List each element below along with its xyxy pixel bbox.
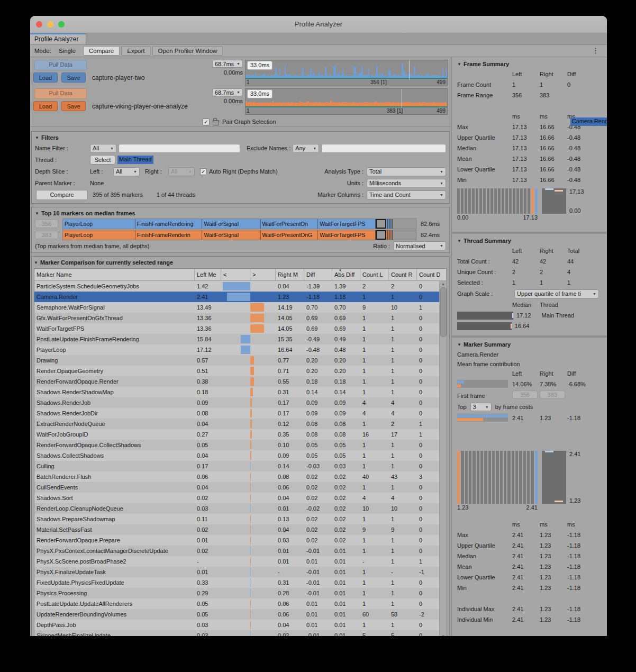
compare-button[interactable]: Compare — [36, 190, 88, 200]
table-row[interactable]: DepthPass.Job0.030.040.010.01110 — [34, 620, 440, 630]
column-header[interactable]: Left Me — [195, 269, 221, 280]
top-n-dropdown[interactable]: 3▼ — [470, 403, 492, 411]
close-button[interactable] — [36, 21, 42, 28]
table-row[interactable]: SkinnedMeshFinalizeUpdate0.030.02-0.010.… — [34, 630, 440, 636]
table-row[interactable]: RenderForwardOpaque.CollectShadows0.050.… — [34, 440, 440, 450]
table-row[interactable]: Shadows.PrepareShadowmap0.110.130.020.02… — [34, 514, 440, 524]
table-row[interactable]: Semaphore.WaitForSignal13.4914.190.700.7… — [34, 302, 440, 313]
range-dropdown-right[interactable]: 68.7ms▼ — [212, 88, 243, 96]
marker-boxplot[interactable] — [542, 451, 566, 504]
pair-graph-checkbox[interactable]: ✓ — [203, 119, 210, 125]
column-header[interactable]: Count R — [389, 269, 417, 280]
marker-segment[interactable]: FinishFrameRendering — [135, 219, 203, 229]
marker-histogram[interactable] — [457, 451, 538, 504]
scrollbar-thumb[interactable] — [440, 287, 447, 337]
table-row[interactable]: PhysX.FinalizeUpdateTask0.01--0.010.011-… — [34, 567, 440, 577]
column-header[interactable]: Count D — [417, 269, 447, 280]
foldout-arrow-icon[interactable]: ▼ — [457, 342, 461, 347]
marker-segment[interactable]: WaitForPresentOn — [261, 219, 319, 229]
save-left-button[interactable]: Save — [61, 72, 86, 83]
frame-boxplot[interactable] — [542, 188, 566, 214]
frame-time-graph-right[interactable]: 33.0ms 1 383 [1] 499 — [245, 88, 448, 115]
exclude-mode-dropdown[interactable]: Any▼ — [293, 144, 319, 153]
zoom-button[interactable] — [58, 21, 65, 28]
top10-marker-bar[interactable]: PlayerLoopFinishFrameRenderinWaitForSign… — [62, 230, 416, 240]
column-header[interactable]: Diff — [304, 269, 332, 280]
mode-export-button[interactable]: Export — [121, 46, 150, 56]
table-row[interactable]: Shadows.Sort0.020.040.020.02440 — [34, 493, 440, 503]
marker-segment[interactable]: WaitForSignal — [202, 230, 260, 240]
vertical-scrollbar[interactable]: ▲ ▼ — [439, 281, 447, 636]
minimize-button[interactable] — [47, 21, 53, 28]
table-row[interactable]: WaitForJobGroupID0.270.350.080.0816171 — [34, 429, 440, 440]
column-header[interactable]: Count L — [360, 269, 389, 280]
marker-time-pill-left[interactable]: 33.0ms — [247, 61, 272, 70]
table-row[interactable]: Physics.Processing0.290.28-0.010.01110 — [34, 588, 440, 598]
load-left-button[interactable]: Load — [33, 72, 58, 83]
table-row[interactable]: Camera.Render2.411.23-1.181.18110 — [34, 292, 440, 302]
mode-single-button[interactable]: Single — [53, 46, 81, 56]
table-row[interactable]: Material.SetPassFast0.020.040.020.02990 — [34, 524, 440, 535]
pull-data-left-button[interactable]: Pull Data — [34, 60, 87, 70]
first-frame-right-button[interactable]: 383 — [540, 391, 565, 398]
load-right-button[interactable]: Load — [33, 101, 58, 111]
open-profiler-window-button[interactable]: Open Profiler Window — [152, 46, 223, 56]
graph-scale-dropdown[interactable]: Upper quartile of frame ti▼ — [514, 289, 599, 298]
selected-marker-box[interactable] — [376, 219, 386, 229]
table-row[interactable]: PostLateUpdate.UpdateAllRenderers0.050.0… — [34, 598, 440, 609]
table-row[interactable]: PostLateUpdate.FinishFrameRendering15.84… — [34, 334, 440, 344]
analysis-type-dropdown[interactable]: Total▼ — [367, 167, 446, 176]
table-row[interactable]: RenderLoop.CleanupNodeQueue0.030.01-0.02… — [34, 503, 440, 514]
table-row[interactable]: RenderForwardOpaque.Render0.380.550.180.… — [34, 376, 440, 387]
tab-profile-analyzer[interactable]: Profile Analyzer — [30, 33, 86, 44]
column-header[interactable]: Abs Diff — [332, 269, 360, 280]
frame-histogram[interactable] — [457, 188, 538, 214]
column-header[interactable]: < — [221, 269, 250, 280]
marker-segment[interactable]: PlayerLoop — [63, 219, 135, 229]
table-row[interactable]: Culling0.170.14-0.030.03110 — [34, 461, 440, 471]
table-row[interactable]: CullSendEvents0.040.060.020.02110 — [34, 482, 440, 493]
table-row[interactable]: UpdateRendererBoundingVolumes0.050.060.0… — [34, 609, 440, 620]
marker-segment[interactable]: WaitForTargetFPS — [318, 219, 376, 229]
lock-icon[interactable] — [213, 120, 219, 125]
ratio-dropdown[interactable]: Normalised▼ — [393, 241, 446, 250]
table-row[interactable]: ExtractRenderNodeQueue0.040.120.080.0812… — [34, 419, 440, 429]
depth-right-dropdown[interactable]: All▼ — [168, 167, 195, 176]
scroll-down-icon[interactable]: ▼ — [440, 634, 447, 636]
name-filter-mode-dropdown[interactable]: All▼ — [90, 144, 116, 153]
table-row[interactable]: Shadows.RenderJobDir0.080.170.090.09440 — [34, 408, 440, 419]
depth-left-dropdown[interactable]: All▼ — [113, 167, 140, 176]
marker-segment[interactable]: FinishFrameRenderin — [135, 230, 203, 240]
foldout-arrow-icon[interactable]: ▼ — [457, 62, 461, 67]
frame-time-graph-left[interactable]: 33.0ms 1 356 [1] 499 — [245, 60, 448, 86]
marker-columns-dropdown[interactable]: Time and Count▼ — [367, 190, 446, 199]
table-row[interactable]: Shadows.RenderShadowMap0.180.310.140.141… — [34, 387, 440, 397]
exclude-names-input[interactable] — [321, 144, 446, 153]
table-row[interactable]: RenderForwardOpaque.Prepare0.010.030.020… — [34, 535, 440, 546]
table-row[interactable]: BatchRenderer.Flush0.060.080.020.0240433 — [34, 471, 440, 482]
thread-select-button[interactable]: Select — [90, 155, 115, 165]
table-row[interactable]: PhysX.ScScene.postBroadPhase2-0.010.010.… — [34, 556, 440, 567]
kebab-menu-icon[interactable]: ⋮ — [592, 47, 599, 55]
top10-marker-bar[interactable]: PlayerLoopFinishFrameRenderingWaitForSig… — [62, 219, 416, 229]
table-row[interactable]: FixedUpdate.PhysicsFixedUpdate0.330.31-0… — [34, 577, 440, 588]
table-row[interactable]: Shadows.CollectShadows0.040.090.050.0511… — [34, 450, 440, 461]
marker-time-pill-right[interactable]: 33.0ms — [247, 89, 272, 98]
table-row[interactable]: PhysX.PxsContext.contactManagerDiscreteU… — [34, 546, 440, 556]
table-row[interactable]: PlayerLoop17.1216.64-0.480.48110 — [34, 344, 440, 355]
table-row[interactable]: Render.OpaqueGeometry0.510.710.200.20110 — [34, 366, 440, 376]
mode-compare-button[interactable]: Compare — [83, 46, 120, 56]
table-row[interactable]: Shadows.RenderJob0.090.170.090.09440 — [34, 397, 440, 408]
marker-segment[interactable]: WaitForPresentOnG — [261, 230, 319, 240]
marker-segment[interactable]: PlayerLoop — [63, 230, 135, 240]
table-row[interactable]: WaitForTargetFPS13.3614.050.690.69110 — [34, 323, 440, 334]
foldout-arrow-icon[interactable]: ▼ — [35, 211, 39, 216]
first-frame-left-button[interactable]: 356 — [512, 391, 538, 398]
marker-segment[interactable]: WaitForTargetFPS — [318, 230, 376, 240]
column-header[interactable]: > — [250, 269, 276, 280]
column-header[interactable]: Right M — [276, 269, 304, 280]
table-row[interactable]: ParticleSystem.ScheduleGeometryJobs1.420… — [34, 281, 440, 292]
selected-marker-box[interactable] — [376, 230, 386, 240]
units-dropdown[interactable]: Milliseconds▼ — [367, 179, 446, 188]
frame-number-button[interactable]: 356 — [35, 220, 58, 228]
